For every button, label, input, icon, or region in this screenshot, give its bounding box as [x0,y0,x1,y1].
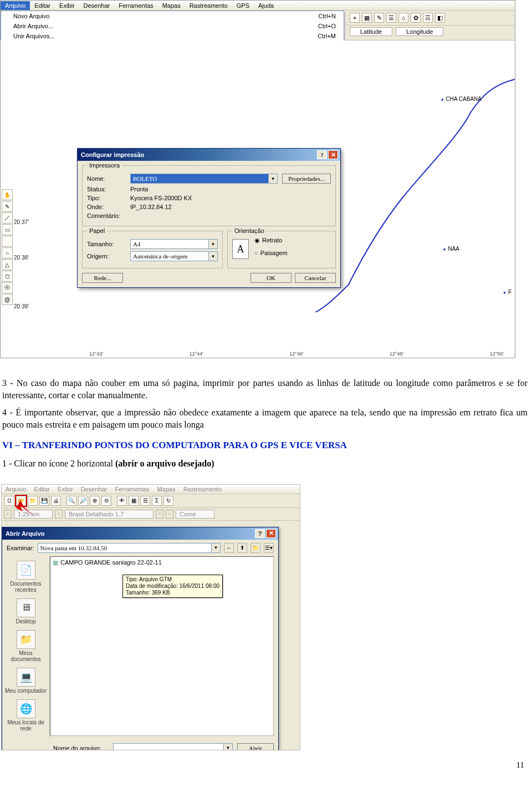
tool-circle-icon[interactable]: ○ [2,247,13,258]
filename-combo[interactable]: ▼ [113,743,233,750]
menu-novo[interactable]: Novo ArquivoCtrl+N [1,11,344,21]
menu2-ferramentas[interactable]: Ferramentas [111,485,153,494]
tamanho-input[interactable] [130,239,209,249]
back-icon[interactable]: ← [224,543,234,553]
tool-line-icon[interactable]: ／ [2,212,13,224]
open-icon[interactable]: 📂 [16,496,26,506]
dropdown-icon[interactable]: ▼ [269,174,278,184]
waypoint-cha[interactable]: CHA CABANA [441,96,482,102]
eye-icon[interactable]: 👁 [117,496,127,506]
toolbar-icon[interactable]: ◧ [435,13,445,23]
printer-input[interactable] [130,174,269,184]
zoom-icon[interactable]: 🔎 [78,496,88,506]
menu2-desenhar[interactable]: Desenhar [77,485,111,494]
grid-icon[interactable]: ▦ [129,496,139,506]
print-icon[interactable]: 🖨 [51,496,61,506]
place-mycomputer[interactable]: 💻Meu computador [3,668,48,694]
menu2-rastreamento[interactable]: Rastreamento [180,485,226,494]
come-field[interactable]: Come [176,510,214,519]
longitude-field[interactable]: Longitude [396,27,443,36]
tool-at-icon[interactable]: @ [2,294,13,305]
toolbar-icon[interactable]: ▦ [362,13,372,23]
origem-input[interactable] [130,251,209,261]
close-button[interactable]: ✕ [266,529,276,538]
file-list[interactable]: CAMPO GRANDE saniagro 22-02-11 Tipo: Arq… [50,556,274,736]
dropdown-icon[interactable]: ▼ [224,743,233,750]
menu-ferramentas[interactable]: Ferramentas [114,1,157,10]
dropdown-icon[interactable]: ▼ [209,239,218,249]
rede-button[interactable]: Rede... [82,273,123,283]
tool-rect-icon[interactable]: ▭ [2,224,13,235]
help-button[interactable]: ? [255,529,265,538]
cancelar-button[interactable]: Cancelar [295,273,336,283]
newfolder-icon[interactable]: 📁 [250,543,260,553]
radio-retrato[interactable]: Retrato [254,237,288,244]
dropdown-icon[interactable]: ▼ [212,543,221,553]
tool-hex-icon[interactable]: ⬡ [2,271,13,282]
folder-input[interactable] [38,543,212,553]
menu-ajuda[interactable]: Ajuda [254,1,278,10]
views-icon[interactable]: ☰▾ [264,543,274,553]
tool-pan-icon[interactable]: ✋ [2,189,13,200]
chevron-icon[interactable]: » [55,510,63,519]
toolbar-icon[interactable]: ☰ [386,13,396,23]
propriedades-button[interactable]: Propriedades... [282,174,331,184]
abrir-button[interactable]: Abrir [237,743,274,750]
place-recent[interactable]: 📄Documentos recentes [3,561,48,593]
file-item[interactable]: CAMPO GRANDE saniagro 22-02-11 [53,559,271,566]
place-mydocs[interactable]: 📁Meus documentos [3,630,48,662]
menu2-arquivo[interactable]: Arquivo [2,485,30,494]
map-field[interactable]: Brasil Detalhado 1.7 [65,510,154,519]
menu-arquivo[interactable]: Arquivo [1,1,30,10]
printer-combo[interactable]: ▼ [130,174,278,184]
menu2-mapas[interactable]: Mapas [154,485,180,494]
place-desktop[interactable]: 🖥Desktop [3,598,48,625]
filename-input[interactable] [113,743,224,750]
toolbar-icon[interactable]: ⌖ [350,13,360,23]
open2-icon[interactable]: 📁 [28,496,38,506]
toolbar-icon[interactable]: ✿ [411,13,421,23]
chevron-icon[interactable]: » [4,510,12,519]
menu-desenhar[interactable]: Desenhar [79,1,115,10]
tool-e-icon[interactable]: ⓔ [2,282,13,293]
new-icon[interactable]: 🗋 [4,496,14,506]
folder-combo[interactable]: ▼ [38,543,221,553]
up-icon[interactable]: ⬆ [237,543,247,553]
tool-triangle-icon[interactable]: △ [2,259,13,270]
place-network[interactable]: 🌐Meus locais de rede [3,699,48,732]
layers-icon[interactable]: ☰ [140,496,150,506]
tamanho-combo[interactable]: ▼ [130,239,218,249]
origem-combo[interactable]: ▼ [130,251,218,261]
save-icon[interactable]: 💾 [39,496,49,506]
menu-mapas[interactable]: Mapas [158,1,185,10]
toolbar-icon[interactable]: ✎ [374,13,384,23]
tool-blank-icon[interactable] [2,236,13,247]
sigma-icon[interactable]: Σ [152,496,162,506]
waypoint-f[interactable]: F [503,289,511,295]
radio-paisagem[interactable]: Paisagem [254,250,288,256]
latitude-field[interactable]: Latitude [350,27,392,36]
zoomin-icon[interactable]: ⊕ [90,496,100,506]
zoomout-icon[interactable]: ⊖ [101,496,111,506]
menu-editar[interactable]: Editar [30,1,55,10]
menu-rastreamento[interactable]: Rastreamento [185,1,232,10]
tool-pencil-icon[interactable]: ✎ [2,201,13,212]
toolbar-icon[interactable]: ⌂ [398,13,408,23]
chevron-icon[interactable]: » [156,510,163,519]
menu-abrir[interactable]: Abrir Arquivo...Ctrl+O [1,21,344,31]
chevron-icon[interactable]: » [166,510,173,519]
ok-button[interactable]: OK [250,273,291,283]
menu2-editar[interactable]: Editar [30,485,54,494]
toolbar-icon[interactable]: ☴ [423,13,433,23]
menu-unir[interactable]: Unir Arquivos...Ctrl+M [1,31,344,41]
refresh-icon[interactable]: ↻ [163,496,173,506]
close-button[interactable]: ✕ [328,150,338,159]
menu-exibir[interactable]: Exibir [55,1,79,10]
dialog2-titlebar[interactable]: Abrir Arquivo ? ✕ [2,527,278,540]
menu-gps[interactable]: GPS [232,1,254,10]
help-button[interactable]: ? [317,150,327,159]
dialog-titlebar[interactable]: Configurar impressão ? ✕ [78,149,340,161]
waypoint-naa[interactable]: NAA [443,246,459,252]
dropdown-icon[interactable]: ▼ [209,251,218,261]
zoom-field[interactable]: 1:25 km [14,510,53,519]
